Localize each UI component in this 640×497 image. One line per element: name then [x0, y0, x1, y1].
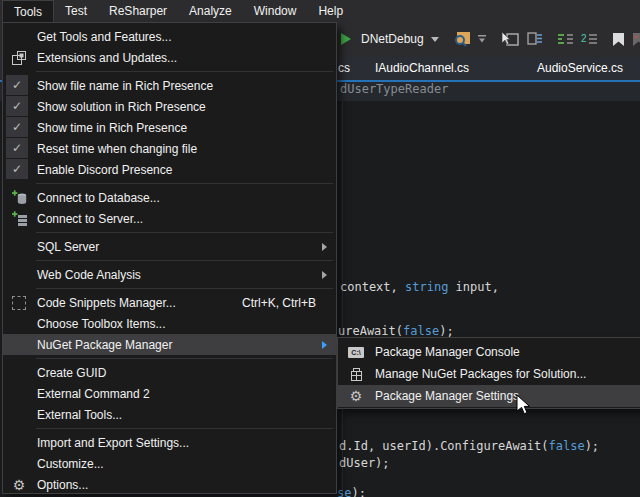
menu-item-label: Reset time when changing file	[37, 142, 197, 156]
code-text: );	[585, 439, 599, 453]
menu-item-label: Web Code Analysis	[37, 268, 141, 282]
menu-item-import-export-settings[interactable]: Import and Export Settings...	[3, 432, 336, 453]
snippets-icon	[9, 293, 29, 313]
menu-item-show-time[interactable]: ✓ Show time in Rich Presence	[3, 117, 336, 138]
code-text: ureAwait(	[338, 324, 403, 338]
server-add-icon	[9, 209, 29, 229]
checkmark-icon: ✓	[6, 96, 28, 116]
menu-item-external-command-2[interactable]: External Command 2	[3, 383, 336, 404]
code-text: );	[351, 486, 365, 497]
menu-item-label: Show time in Rich Presence	[37, 121, 187, 135]
menu-item-label: SQL Server	[37, 240, 99, 254]
checkmark-icon: ✓	[6, 117, 28, 137]
gear-icon: ⚙	[9, 475, 29, 495]
submenu-item-manage-nuget-packages[interactable]: Manage NuGet Packages for Solution...	[338, 363, 640, 385]
menubar-item-tools[interactable]: Tools	[2, 0, 54, 22]
menu-item-label: NuGet Package Manager	[37, 338, 172, 352]
extensions-icon	[9, 48, 29, 68]
tab-clipped-cs[interactable]: cs	[338, 61, 350, 75]
menu-item-choose-toolbox-items[interactable]: Choose Toolbox Items...	[3, 313, 336, 334]
submenu-item-package-manager-console[interactable]: C:\ Package Manager Console	[338, 341, 640, 363]
menu-item-customize[interactable]: Customize...	[3, 453, 336, 474]
menu-item-reset-time[interactable]: ✓ Reset time when changing file	[3, 138, 336, 159]
bookmark-dim-icon[interactable]	[632, 32, 640, 47]
submenu-item-package-manager-settings[interactable]: ⚙ Package Manager Settings	[338, 385, 640, 407]
code-keyword: string	[405, 280, 448, 294]
menu-item-sql-server[interactable]: SQL Server	[3, 236, 336, 257]
menu-separator	[3, 68, 336, 75]
overflow-chevron-icon[interactable]	[478, 35, 486, 43]
menu-item-get-tools-and-features[interactable]: Get Tools and Features...	[3, 26, 336, 47]
code-line: se);	[337, 486, 366, 497]
code-keyword: false	[549, 439, 585, 453]
menu-separator	[3, 285, 336, 292]
menu-item-shortcut: Ctrl+K, Ctrl+B	[242, 296, 316, 310]
code-text: dUser);	[339, 456, 390, 470]
menu-separator	[3, 229, 336, 236]
checkmark-icon: ✓	[6, 138, 28, 158]
code-text: context,	[340, 280, 405, 294]
menubar-item-window[interactable]: Window	[243, 0, 308, 22]
menu-item-external-tools[interactable]: External Tools...	[3, 404, 336, 425]
run-configuration-label[interactable]: DNetDebug	[361, 32, 424, 46]
tab-iaudiochannel[interactable]: IAudioChannel.cs	[375, 61, 469, 75]
menubar-item-analyze[interactable]: Analyze	[178, 0, 243, 22]
menu-item-show-file-name[interactable]: ✓ Show file name in Rich Presence	[3, 75, 336, 96]
pointer-frame-icon[interactable]	[500, 32, 519, 47]
menu-item-label: Extensions and Updates...	[37, 51, 177, 65]
menubar-item-test[interactable]: Test	[54, 0, 98, 22]
code-line: dUser);	[339, 456, 390, 470]
menu-item-enable-discord[interactable]: ✓ Enable Discord Presence	[3, 159, 336, 180]
format-indent-icon[interactable]	[557, 32, 574, 46]
menu-item-create-guid[interactable]: Create GUID	[3, 362, 336, 383]
format-indent-2-icon[interactable]: 2	[581, 32, 598, 46]
console-icon: C:\	[346, 342, 366, 362]
mouse-cursor	[516, 394, 532, 420]
code-line: d.Id, userId).ConfigureAwait(false);	[339, 439, 599, 453]
menu-item-label: Manage NuGet Packages for Solution...	[375, 367, 586, 381]
menu-item-label: External Command 2	[37, 387, 150, 401]
code-keyword: se	[337, 486, 351, 497]
menu-separator	[3, 257, 336, 264]
checkmark-icon: ✓	[6, 75, 28, 95]
menu-item-code-snippets-manager[interactable]: Code Snippets Manager... Ctrl+K, Ctrl+B	[3, 292, 336, 313]
menu-item-show-solution[interactable]: ✓ Show solution in Rich Presence	[3, 96, 336, 117]
menu-item-connect-to-server[interactable]: Connect to Server...	[3, 208, 336, 229]
menu-item-label: Enable Discord Presence	[37, 163, 172, 177]
copy-lines-icon[interactable]	[526, 31, 543, 47]
nuget-submenu: C:\ Package Manager Console Manage NuGet…	[337, 337, 640, 409]
breadcrumb: dUserTypeReader	[340, 82, 448, 96]
menu-item-connect-to-database[interactable]: Connect to Database...	[3, 187, 336, 208]
menu-item-label: Options...	[37, 478, 88, 492]
code-text: );	[439, 324, 453, 338]
menu-item-label: External Tools...	[37, 408, 122, 422]
menu-item-label: Package Manager Settings	[375, 389, 519, 403]
menubar-item-help[interactable]: Help	[307, 0, 354, 22]
bookmark-icon[interactable]	[612, 32, 625, 47]
attach-search-icon[interactable]	[453, 31, 471, 47]
menu-item-nuget-package-manager[interactable]: NuGet Package Manager	[3, 334, 336, 355]
config-dropdown-chevron-icon[interactable]	[431, 37, 439, 42]
menu-separator	[3, 355, 336, 362]
tools-menu: Get Tools and Features... Extensions and…	[2, 22, 337, 494]
indent-guide	[342, 101, 343, 497]
menu-separator	[3, 180, 336, 187]
submenu-arrow-icon	[322, 243, 327, 251]
menu-item-options[interactable]: ⚙ Options...	[3, 474, 336, 495]
database-add-icon	[9, 188, 29, 208]
menu-item-web-code-analysis[interactable]: Web Code Analysis	[3, 264, 336, 285]
submenu-arrow-icon	[322, 341, 327, 349]
menu-item-label: Choose Toolbox Items...	[37, 317, 166, 331]
menu-item-label: Connect to Database...	[37, 191, 160, 205]
menu-item-label: Show file name in Rich Presence	[37, 79, 213, 93]
menubar-item-resharper[interactable]: ReSharper	[98, 0, 178, 22]
menu-separator	[3, 425, 336, 432]
code-line: context, string input,	[340, 280, 499, 294]
play-icon[interactable]	[340, 32, 352, 46]
tab-audioservice[interactable]: AudioService.cs	[537, 61, 623, 75]
standard-toolbar: DNetDebug	[340, 24, 640, 54]
package-icon	[346, 364, 366, 384]
svg-text:2: 2	[581, 33, 587, 44]
menu-item-extensions-and-updates[interactable]: Extensions and Updates...	[3, 47, 336, 68]
code-keyword: false	[403, 324, 439, 338]
